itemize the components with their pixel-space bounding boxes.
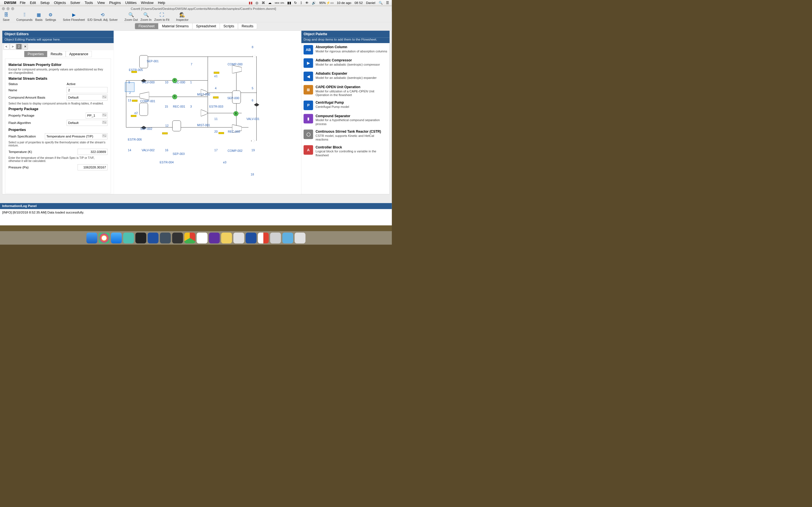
rec-000[interactable]: R bbox=[172, 78, 177, 83]
fs-label-valv-001[interactable]: VALV-001 bbox=[246, 117, 259, 121]
fs-label-comp-001[interactable]: COMP-001 bbox=[140, 100, 155, 103]
pause-icon[interactable]: ▮▮ bbox=[247, 1, 254, 5]
fs-label-1[interactable]: 1 bbox=[190, 80, 192, 84]
fs-label-14[interactable]: 14 bbox=[128, 149, 131, 152]
battery-indicator[interactable]: 95% ⚡▭ bbox=[317, 1, 335, 5]
palette-item-compound-separator[interactable]: ▮ Compound Separator Model for a hypothe… bbox=[301, 112, 390, 128]
ed-simult-button[interactable]: ⟲E/D Simult. Adj. Solver bbox=[88, 12, 118, 22]
subtab-results[interactable]: Results bbox=[47, 51, 66, 57]
fs-label-8[interactable]: 8 bbox=[252, 46, 253, 49]
fs-label-20[interactable]: 20 bbox=[214, 130, 218, 133]
dock-terminal[interactable] bbox=[135, 232, 146, 243]
fs-label-mist-000[interactable]: MIST-000 bbox=[197, 93, 210, 96]
fs-label-19[interactable]: 19 bbox=[252, 149, 255, 152]
temp-field[interactable] bbox=[78, 149, 107, 155]
menu-tools[interactable]: Tools bbox=[82, 1, 95, 5]
spotlight-icon[interactable]: 🔍 bbox=[377, 1, 384, 5]
rec-001[interactable]: R bbox=[172, 94, 177, 99]
valv-001[interactable] bbox=[254, 103, 259, 107]
dock-app4[interactable] bbox=[197, 232, 207, 243]
inspector-button[interactable]: 🕵Inspector bbox=[176, 12, 189, 22]
palette-item-adiabatic-compressor[interactable]: ▶ Adiabatic Compressor Model for an adia… bbox=[301, 56, 390, 69]
fs-label-comp-000[interactable]: COMP-000 bbox=[227, 62, 243, 66]
menu-edit[interactable]: Edit bbox=[28, 1, 38, 5]
zoom-out-button[interactable]: 🔍Zoom Out bbox=[124, 12, 138, 22]
notification-center-icon[interactable]: ☰ bbox=[384, 1, 391, 5]
fs-label-3[interactable]: 3 bbox=[190, 105, 192, 109]
sep-003-block[interactable] bbox=[172, 121, 181, 131]
sep-002-block[interactable] bbox=[139, 103, 148, 116]
dock-app3[interactable] bbox=[172, 232, 183, 243]
fs-label-sep-003[interactable]: SEP-003 bbox=[172, 152, 185, 156]
dock-trash[interactable] bbox=[295, 232, 306, 243]
fs-label-e3[interactable]: e3 bbox=[223, 161, 226, 164]
nav-current[interactable]: 2 bbox=[16, 44, 21, 49]
rec-002[interactable]: B bbox=[234, 111, 238, 116]
fs-label-4[interactable]: 4 bbox=[215, 87, 216, 90]
fs-label-e1[interactable]: e1 bbox=[214, 74, 218, 78]
fs-label-valv-000[interactable]: VALV-000 bbox=[142, 80, 154, 84]
fs-label-mist-001[interactable]: MIST-001 bbox=[197, 123, 210, 127]
fs-label-rec-001[interactable]: REC-001 bbox=[173, 105, 185, 109]
palette-item-adiabatic-expander[interactable]: ◀ Adiabatic Expander Model for an adiaba… bbox=[301, 70, 390, 83]
menubar-date[interactable]: 10 de ago bbox=[335, 1, 353, 5]
basis-button[interactable]: ▦Basis bbox=[35, 12, 43, 22]
dock-chrome[interactable] bbox=[185, 232, 195, 243]
fs-label-5[interactable]: 5 bbox=[252, 87, 253, 90]
fs-label-comp-002[interactable]: COMP-002 bbox=[227, 149, 243, 153]
status-icon-2[interactable]: ▮▮ bbox=[286, 1, 292, 5]
comp-000[interactable] bbox=[232, 65, 242, 73]
dock-quicktime[interactable] bbox=[160, 232, 171, 243]
palette-item-absorption-column[interactable]: AB Absorption Column Model for rigorous … bbox=[301, 43, 390, 56]
zoom-fit-button[interactable]: ⛶Zoom to Fit bbox=[154, 12, 169, 22]
name-field[interactable] bbox=[66, 87, 107, 93]
flowsheet-canvas[interactable]: R R B bbox=[114, 31, 301, 194]
energy-e3[interactable] bbox=[218, 132, 224, 134]
fs-label-6[interactable]: 6 bbox=[252, 99, 253, 102]
press-field[interactable] bbox=[78, 164, 107, 170]
menubar-user[interactable]: Daniel bbox=[364, 1, 377, 5]
menu-file[interactable]: File bbox=[18, 1, 28, 5]
tab-flowsheet[interactable]: Flowsheet bbox=[135, 23, 158, 29]
zoom-in-button[interactable]: 🔍Zoom In bbox=[140, 12, 151, 22]
fs-label-estr-004[interactable]: ESTR-004 bbox=[160, 161, 174, 164]
fs-label-valv-002[interactable]: VALV-002 bbox=[142, 149, 154, 152]
fspec-select[interactable] bbox=[45, 133, 107, 139]
fs-label-18[interactable]: 18 bbox=[251, 173, 254, 176]
dock-parallels[interactable] bbox=[258, 232, 269, 243]
menu-utilities[interactable]: Utilities bbox=[123, 1, 139, 5]
fs-label-7[interactable]: 7 bbox=[191, 62, 192, 66]
menu-objects[interactable]: Objects bbox=[52, 1, 68, 5]
fs-label-sep-002[interactable]: SEP-002 bbox=[140, 127, 152, 131]
dock-app2[interactable] bbox=[148, 232, 159, 243]
status-icon-3[interactable]: 👁 bbox=[304, 1, 310, 5]
selected-stream[interactable] bbox=[125, 82, 135, 92]
cloud-sync-icon[interactable]: ☁ bbox=[267, 1, 273, 5]
stream-8-arrow[interactable] bbox=[253, 55, 257, 58]
fs-label-15[interactable]: 15 bbox=[165, 105, 168, 109]
menu-setup[interactable]: Setup bbox=[38, 1, 52, 5]
fs-label-11[interactable]: 11 bbox=[214, 117, 218, 121]
energy-estr003[interactable] bbox=[213, 97, 218, 99]
tab-results[interactable]: Results bbox=[238, 23, 257, 29]
nav-prev-button[interactable]: < bbox=[4, 44, 9, 49]
palette-item-cape-open-unit-operation[interactable]: ⊞ CAPE-OPEN Unit Operation Model for uti… bbox=[301, 83, 390, 99]
menu-help[interactable]: Help bbox=[156, 1, 167, 5]
palette-item-controller-block[interactable]: A Controller Block Logical block for con… bbox=[301, 144, 390, 159]
energy-e2[interactable] bbox=[132, 100, 137, 102]
tab-scripts[interactable]: Scripts bbox=[220, 23, 238, 29]
fs-label-rec-002[interactable]: REC-002 bbox=[228, 130, 240, 133]
comp-001[interactable] bbox=[140, 92, 149, 100]
fs-label-13[interactable]: 13 bbox=[128, 99, 131, 102]
dock-notes[interactable] bbox=[221, 232, 232, 243]
menu-solver[interactable]: Solver bbox=[68, 1, 82, 5]
settings-button[interactable]: ⚙Settings bbox=[45, 12, 56, 22]
save-button[interactable]: 🗄Save bbox=[3, 12, 10, 22]
menubar-time[interactable]: 08 52 bbox=[353, 1, 364, 5]
basis-select[interactable] bbox=[66, 94, 107, 100]
energy-e1[interactable] bbox=[214, 72, 219, 74]
compounds-button[interactable]: ⦙⦙Compounds bbox=[16, 12, 33, 22]
time-machine-icon[interactable]: ↻ bbox=[293, 1, 299, 5]
dock-mail[interactable] bbox=[234, 232, 245, 243]
nav-close-button[interactable]: ✕ bbox=[22, 44, 28, 49]
